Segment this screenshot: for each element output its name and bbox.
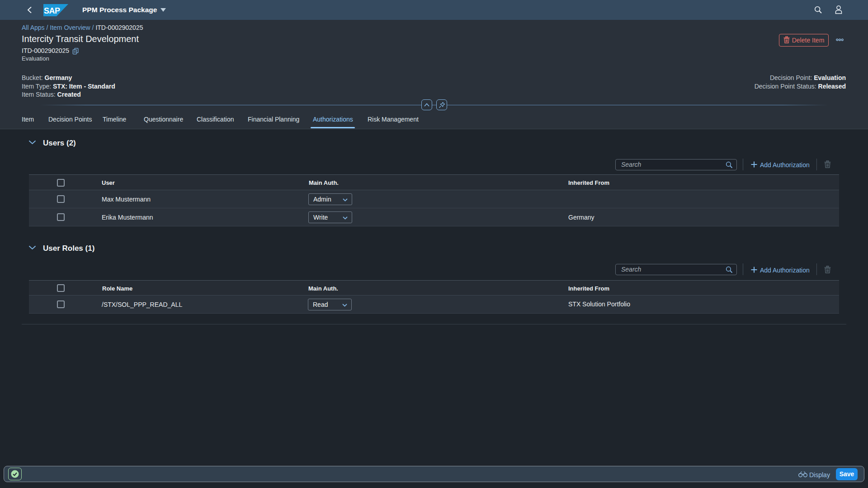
svg-text:SAP: SAP xyxy=(44,6,60,15)
